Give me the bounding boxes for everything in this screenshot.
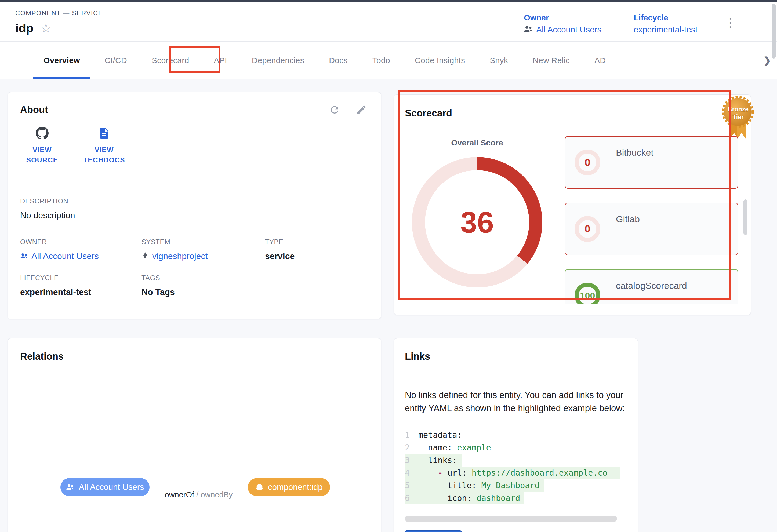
- overview-content: About VIEW SOURCE VIEW: [0, 79, 777, 532]
- links-empty-text: No links defined for this entity. You ca…: [405, 388, 638, 415]
- scorecard-scrollbar-thumb[interactable]: [744, 200, 748, 235]
- about-card-title: About: [20, 104, 48, 115]
- owner-value: All Account Users: [536, 25, 601, 35]
- entity-tab-bar: Overview CI/CD Scorecard API Dependencie…: [0, 42, 777, 79]
- owner-label: Owner: [524, 13, 601, 22]
- tab-todo[interactable]: Todo: [360, 42, 403, 79]
- code-line-highlighted: 6 icon: dashboard: [405, 492, 524, 504]
- description-value: No description: [20, 211, 369, 220]
- owner-entity-link[interactable]: All Account Users: [20, 251, 141, 261]
- tab-code-insights[interactable]: Code Insights: [403, 42, 477, 79]
- lifecycle-meta: Lifecycle experimental-test: [634, 13, 697, 41]
- tab-docs[interactable]: Docs: [317, 42, 360, 79]
- github-icon: [36, 127, 48, 141]
- links-card-title: Links: [405, 351, 627, 362]
- links-card: Links No links defined for this entity. …: [394, 338, 638, 532]
- tab-overview[interactable]: Overview: [31, 42, 92, 79]
- bronze-tier-badge-label: Bronze Tier: [723, 106, 753, 121]
- score-ring: 0: [575, 149, 600, 175]
- favorite-star-icon[interactable]: ☆: [40, 22, 51, 34]
- lifecycle-value: experimental-test: [634, 25, 697, 35]
- field-tags: TAGS No Tags: [141, 274, 265, 297]
- techdocs-file-icon: [98, 127, 111, 141]
- score-item-gitlab[interactable]: 0 Gitlab: [565, 203, 738, 255]
- field-owner: OWNER All Account Users: [20, 238, 141, 261]
- relation-node-component[interactable]: component:idp: [248, 478, 330, 496]
- relations-card-title: Relations: [20, 351, 369, 362]
- score-item-list: 0 Bitbucket 0 Gitlab 100 catalogScorecar…: [565, 136, 738, 304]
- relations-card: Relations ownerOf / ownedBy All Account …: [7, 338, 381, 532]
- more-options-kebab-icon[interactable]: ⋮: [725, 13, 737, 41]
- view-source-button[interactable]: VIEW SOURCE: [26, 127, 58, 165]
- tab-scorecard[interactable]: Scorecard: [139, 42, 201, 79]
- about-card: About VIEW SOURCE VIEW: [7, 92, 381, 319]
- tab-dependencies[interactable]: Dependencies: [239, 42, 317, 79]
- active-tab-indicator: [33, 77, 90, 79]
- code-line-highlighted: 4 - url: https://dashboard.example.co: [405, 467, 620, 479]
- score-item-catalogscorecard[interactable]: 100 catalogScorecard: [565, 269, 738, 304]
- refresh-icon[interactable]: [329, 104, 340, 115]
- people-icon: [524, 25, 533, 35]
- view-techdocs-button[interactable]: VIEW TECHDOCS: [81, 127, 127, 165]
- view-techdocs-label: VIEW TECHDOCS: [81, 145, 127, 165]
- description-label: DESCRIPTION: [20, 197, 369, 205]
- code-line: 2 name: example: [405, 441, 620, 454]
- tab-snyk[interactable]: Snyk: [477, 42, 520, 79]
- score-ring: 100: [575, 283, 600, 304]
- tab-cicd[interactable]: CI/CD: [92, 42, 139, 79]
- overall-score-donut: 36: [412, 157, 542, 287]
- page-title: idp: [15, 21, 33, 35]
- edit-pencil-icon[interactable]: [356, 104, 367, 115]
- field-lifecycle: LIFECYCLE experimental-test: [20, 274, 141, 297]
- people-icon: [20, 251, 28, 261]
- system-icon: [141, 251, 149, 261]
- relation-edge-labels: ownerOf / ownedBy: [149, 490, 248, 499]
- code-line-highlighted: 5 title: My Dashboard: [405, 479, 544, 492]
- page: { "theme": { "primary": "#2c64d9", "anno…: [0, 0, 777, 532]
- owner-link[interactable]: All Account Users: [524, 25, 601, 35]
- score-item-bitbucket[interactable]: 0 Bitbucket: [565, 136, 738, 189]
- code-line: 1metadata:: [405, 429, 620, 441]
- people-icon: [66, 483, 75, 492]
- scorecard-card-title: Scorecard: [405, 108, 452, 119]
- tab-api[interactable]: API: [201, 42, 239, 79]
- tabs-scroll-right-chevron-icon[interactable]: ❯: [761, 42, 771, 79]
- relation-edge: [149, 487, 248, 488]
- relation-node-owner[interactable]: All Account Users: [61, 478, 149, 496]
- add-links-button[interactable]: [405, 530, 462, 532]
- system-entity-link[interactable]: vigneshproject: [141, 251, 265, 261]
- yaml-example-code: 1metadata: 2 name: example 3 links: 4 - …: [405, 429, 620, 504]
- code-line-highlighted: 3 links:: [405, 454, 461, 467]
- lifecycle-label: Lifecycle: [634, 13, 697, 22]
- breadcrumb: COMPONENT — SERVICE: [15, 9, 103, 17]
- browser-top-strip: [0, 0, 777, 2]
- tab-truncated[interactable]: AD: [582, 42, 618, 79]
- chip-icon: [255, 483, 264, 492]
- owner-meta: Owner All Account Users: [524, 13, 601, 41]
- overall-score-label: Overall Score: [412, 138, 542, 147]
- field-system: SYSTEM vigneshproject: [141, 238, 265, 261]
- entity-header-left: COMPONENT — SERVICE idp ☆: [15, 9, 103, 41]
- tab-new-relic[interactable]: New Relic: [520, 42, 582, 79]
- overall-score-value: 36: [460, 205, 494, 240]
- entity-header: COMPONENT — SERVICE idp ☆ Owner All Acco…: [0, 2, 777, 42]
- field-type: TYPE service: [265, 238, 369, 261]
- score-ring: 0: [575, 216, 600, 242]
- overall-score-donut-hole: 36: [425, 170, 529, 274]
- view-source-label: VIEW SOURCE: [26, 145, 58, 165]
- scorecard-card: Scorecard Bronze Tier Overall Score: [394, 95, 751, 315]
- page-scrollbar-thumb[interactable]: [772, 4, 776, 58]
- entity-header-right: Owner All Account Users Lifecycle experi…: [524, 9, 737, 41]
- code-horizontal-scrollbar[interactable]: [405, 516, 617, 522]
